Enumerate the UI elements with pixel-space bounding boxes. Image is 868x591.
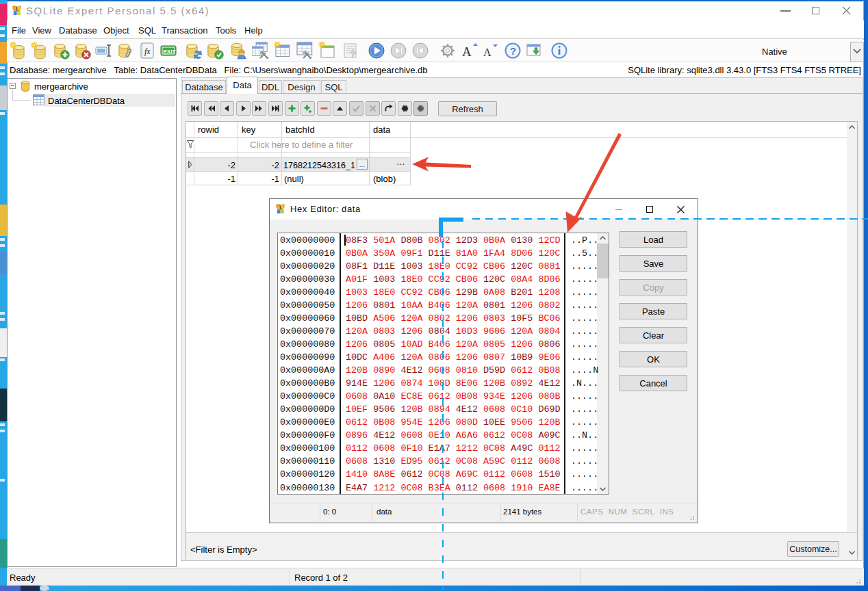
svg-text:A: A xyxy=(483,47,492,58)
svg-text:A: A xyxy=(462,44,472,59)
svg-text:EXIT: EXIT xyxy=(164,49,176,55)
svg-text:?: ? xyxy=(510,45,516,57)
svg-text:fx: fx xyxy=(144,47,151,56)
